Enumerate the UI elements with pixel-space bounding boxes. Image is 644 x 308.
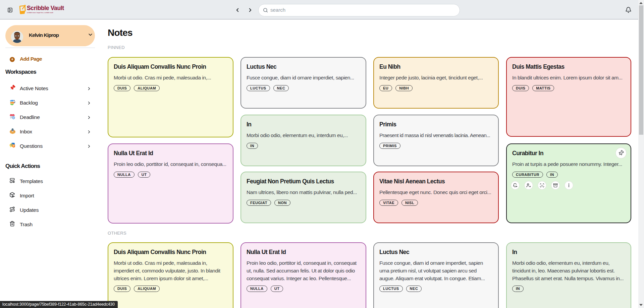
svg-text:?: ? xyxy=(13,144,14,147)
svg-text:?: ? xyxy=(10,143,12,147)
